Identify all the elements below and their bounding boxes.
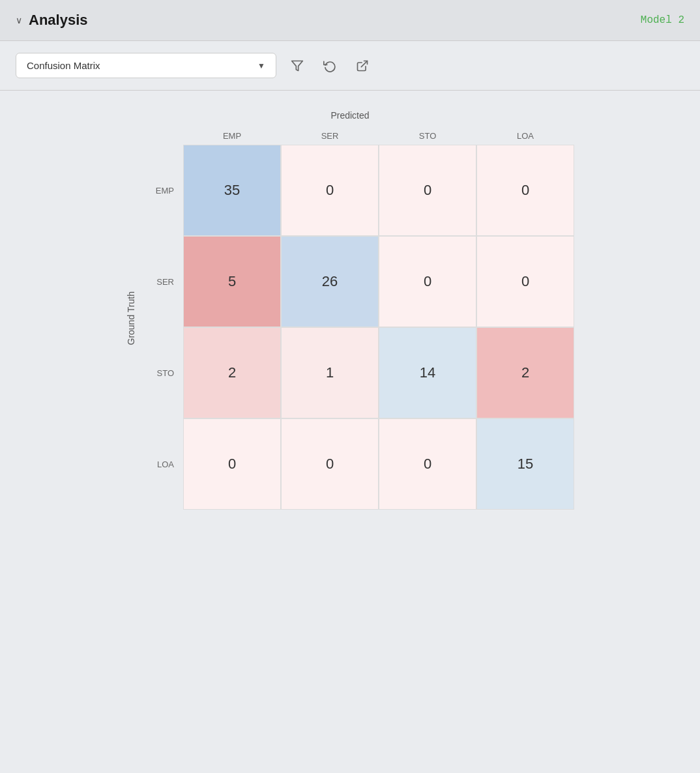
- matrix-row: LOA 0 0 0 15: [144, 418, 574, 510]
- column-headers: EMP SER STO LOA: [183, 127, 574, 145]
- header-left: ∨ Analysis: [16, 12, 88, 29]
- matrix-row: STO 2 1 14 2: [144, 327, 574, 418]
- matrix-rows: EMP 35 0 0 0 SER 5 26 0 0: [144, 145, 574, 510]
- cell-emp-ser: 0: [281, 145, 379, 236]
- filter-button[interactable]: [285, 54, 309, 78]
- cell-ser-ser: 26: [281, 236, 379, 327]
- page-title: Analysis: [29, 12, 88, 29]
- ground-truth-axis-label: Ground Truth: [126, 291, 136, 345]
- reset-icon: [323, 59, 336, 72]
- cell-sto-ser: 1: [281, 327, 379, 418]
- cell-ser-emp: 5: [183, 236, 281, 327]
- cell-sto-sto: 14: [379, 327, 476, 418]
- cell-emp-emp: 35: [183, 145, 281, 236]
- cell-sto-emp: 2: [183, 327, 281, 418]
- matrix-row: EMP 35 0 0 0: [144, 145, 574, 236]
- cell-loa-loa: 15: [476, 418, 574, 510]
- dropdown-value: Confusion Matrix: [27, 60, 100, 71]
- cell-loa-emp: 0: [183, 418, 281, 510]
- export-button[interactable]: [351, 54, 374, 78]
- col-header-sto: STO: [379, 127, 476, 145]
- export-icon: [356, 59, 369, 72]
- svg-line-1: [361, 61, 367, 66]
- filter-icon: [291, 59, 304, 72]
- confusion-matrix-wrapper: Predicted Ground Truth EMP SER STO LOA: [126, 110, 574, 753]
- cell-sto-loa: 2: [476, 327, 574, 418]
- svg-marker-0: [292, 61, 303, 70]
- reset-button[interactable]: [318, 54, 342, 78]
- cell-loa-ser: 0: [281, 418, 379, 510]
- model-label: Model 2: [641, 14, 684, 26]
- cell-ser-loa: 0: [476, 236, 574, 327]
- matrix-body: Ground Truth EMP SER STO LOA EMP: [126, 127, 574, 510]
- toolbar: Confusion Matrix ▼: [0, 41, 700, 91]
- row-label-loa: LOA: [144, 459, 183, 469]
- col-header-loa: LOA: [476, 127, 574, 145]
- matrix-grid: EMP SER STO LOA EMP 35 0 0 0: [144, 127, 574, 510]
- chart-type-dropdown[interactable]: Confusion Matrix ▼: [16, 53, 276, 78]
- row-label-sto: STO: [144, 368, 183, 378]
- predicted-axis-label: Predicted: [330, 110, 369, 121]
- row-label-emp: EMP: [144, 186, 183, 196]
- header: ∨ Analysis Model 2: [0, 0, 700, 41]
- row-label-ser: SER: [144, 277, 183, 287]
- col-header-ser: SER: [281, 127, 379, 145]
- chevron-down-icon[interactable]: ∨: [16, 15, 22, 25]
- cell-ser-sto: 0: [379, 236, 476, 327]
- matrix-row: SER 5 26 0 0: [144, 236, 574, 327]
- cell-loa-sto: 0: [379, 418, 476, 510]
- content-area: Predicted Ground Truth EMP SER STO LOA: [0, 91, 700, 773]
- cell-emp-loa: 0: [476, 145, 574, 236]
- col-header-emp: EMP: [183, 127, 281, 145]
- page-wrapper: ∨ Analysis Model 2 Confusion Matrix ▼: [0, 0, 700, 773]
- cell-emp-sto: 0: [379, 145, 476, 236]
- chevron-down-icon: ▼: [257, 61, 265, 70]
